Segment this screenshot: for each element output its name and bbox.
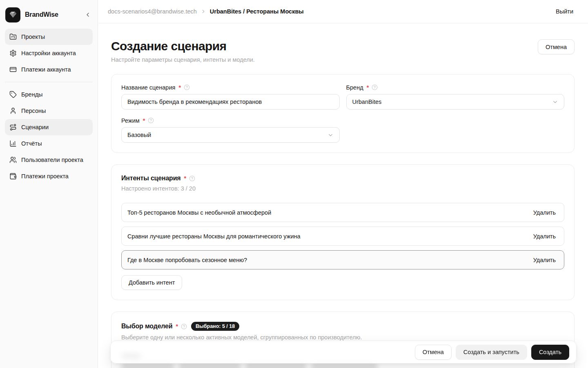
credit-card-icon [9, 66, 17, 73]
required-mark: * [184, 175, 186, 182]
sidebar-item-projects[interactable]: Проекты [5, 29, 93, 45]
brand-name: BrandWise [25, 11, 83, 18]
breadcrumb: docs-scenarios4@brandwise.tech UrbanBite… [108, 8, 556, 15]
sidebar-divider [5, 82, 93, 82]
mode-select[interactable]: Базовый [121, 127, 340, 143]
delete-intent-button[interactable]: Удалить [533, 209, 556, 216]
chevron-left-icon [85, 11, 91, 18]
intent-text: Сравни лучшие рестораны Москвы для роман… [127, 233, 301, 240]
intent-text: Топ-5 ресторанов Москвы с необычной атмо… [127, 209, 271, 216]
create-button[interactable]: Создать [531, 345, 569, 360]
create-and-run-button[interactable]: Создать и запустить [456, 345, 527, 360]
chevron-down-icon [327, 132, 334, 138]
intents-counter: Настроено интентов: 3 / 20 [121, 185, 564, 192]
logout-button[interactable]: Выйти [556, 8, 573, 15]
sidebar-item-scenarios[interactable]: Сценарии [5, 119, 93, 135]
brand-select-value: UrbanBites [352, 99, 382, 105]
sidebar-item-label: Платежи проекта [21, 173, 69, 180]
brand-select[interactable]: UrbanBites [346, 94, 565, 110]
intents-title: Интенты сценария [121, 175, 180, 182]
intent-row[interactable]: Сравни лучшие рестораны Москвы для роман… [121, 227, 564, 246]
sidebar-item-label: Отчёты [21, 140, 42, 147]
sidebar-item-label: Персоны [21, 108, 46, 114]
page-title: Создание сценария [111, 39, 255, 53]
mode-select-value: Базовый [127, 132, 151, 138]
sidebar-item-label: Сценарии [21, 124, 49, 130]
cancel-button-footer[interactable]: Отмена [415, 345, 452, 360]
scenario-name-label: Название сценария [121, 84, 175, 91]
sidebar-item-label: Настройки аккаунта [21, 50, 76, 56]
intent-row-focused[interactable]: Где в Москве попробовать сезонное меню? … [121, 250, 564, 269]
wallet-icon [9, 173, 17, 180]
top-header: docs-scenarios4@brandwise.tech UrbanBite… [98, 0, 588, 23]
sidebar-logo-row: BrandWise [5, 5, 93, 25]
sidebar: BrandWise Проекты Настройки аккаунта Пла… [0, 0, 98, 368]
required-mark: * [367, 84, 369, 91]
help-icon[interactable] [181, 323, 187, 330]
scenario-name-field: Название сценария * [121, 84, 340, 110]
main-content: Создание сценария Настройте параметры сц… [98, 23, 588, 368]
intent-list: Топ-5 ресторанов Москвы с необычной атмо… [121, 203, 564, 269]
sidebar-item-personas[interactable]: Персоны [5, 103, 93, 119]
action-footer: Отмена Создать и запустить Создать [110, 341, 577, 364]
intents-card: Интенты сценария * Настроено интентов: 3… [111, 164, 575, 300]
breadcrumb-project[interactable]: UrbanBites / Рестораны Москвы [210, 8, 304, 15]
sidebar-item-label: Бренды [21, 91, 43, 98]
sidebar-collapse-button[interactable] [83, 10, 93, 20]
sidebar-item-label: Пользователи проекта [21, 157, 83, 163]
selected-count-badge: Выбрано: 5 / 18 [191, 322, 239, 331]
sidebar-item-project-users[interactable]: Пользователи проекта [5, 152, 93, 168]
chevron-down-icon [552, 99, 558, 105]
breadcrumb-account[interactable]: docs-scenarios4@brandwise.tech [108, 8, 197, 15]
tag-icon [9, 91, 17, 98]
add-intent-button[interactable]: Добавить интент [121, 275, 182, 290]
sidebar-item-label: Проекты [21, 34, 45, 40]
chevron-right-icon [200, 9, 206, 14]
models-subtitle: Выберите одну или несколько активных мод… [121, 334, 564, 341]
help-icon[interactable] [372, 84, 378, 90]
mode-field: Режим * Базовый [121, 117, 340, 143]
sidebar-item-label: Платежи аккаунта [21, 66, 71, 73]
required-mark: * [176, 323, 178, 330]
delete-intent-button[interactable]: Удалить [533, 257, 556, 263]
required-mark: * [178, 84, 181, 91]
page-head-text: Создание сценария Настройте параметры сц… [111, 39, 255, 63]
brand-label: Бренд [346, 84, 363, 91]
help-icon[interactable] [184, 84, 190, 90]
sidebar-item-account-payments[interactable]: Платежи аккаунта [5, 61, 93, 78]
page-subtitle: Настройте параметры сценария, интенты и … [111, 56, 255, 63]
intent-text: Где в Москве попробовать сезонное меню? [127, 257, 247, 263]
required-mark: * [143, 117, 145, 124]
delete-intent-button[interactable]: Удалить [533, 233, 556, 240]
page-head: Создание сценария Настройте параметры сц… [111, 39, 575, 63]
folder-kanban-icon [9, 33, 17, 40]
help-icon[interactable] [189, 175, 195, 182]
bar-chart-icon [9, 140, 17, 147]
sidebar-item-project-payments[interactable]: Платежи проекта [5, 168, 93, 184]
sidebar-item-account-settings[interactable]: Настройки аккаунта [5, 45, 93, 61]
sidebar-item-reports[interactable]: Отчёты [5, 135, 93, 152]
sidebar-nav-project: Бренды Персоны Сценарии Отчёты Пользоват… [0, 86, 98, 184]
route-icon [9, 123, 17, 131]
cancel-button-top[interactable]: Отмена [538, 39, 575, 54]
brand-field: Бренд * UrbanBites [346, 84, 565, 110]
scenario-params-card: Название сценария * Бренд * Urb [111, 74, 575, 153]
help-icon[interactable] [148, 117, 154, 123]
gem-icon [9, 10, 18, 19]
intent-row[interactable]: Топ-5 ресторанов Москвы с необычной атмо… [121, 203, 564, 222]
user-icon [9, 107, 17, 114]
sidebar-item-brands[interactable]: Бренды [5, 86, 93, 103]
brandwise-logo [5, 7, 20, 22]
mode-label: Режим [121, 117, 140, 124]
models-title: Выбор моделей [121, 323, 172, 330]
scenario-name-input[interactable] [121, 94, 340, 110]
gear-icon [9, 49, 17, 57]
users-icon [9, 156, 17, 164]
sidebar-nav-account: Проекты Настройки аккаунта Платежи аккау… [0, 29, 98, 78]
